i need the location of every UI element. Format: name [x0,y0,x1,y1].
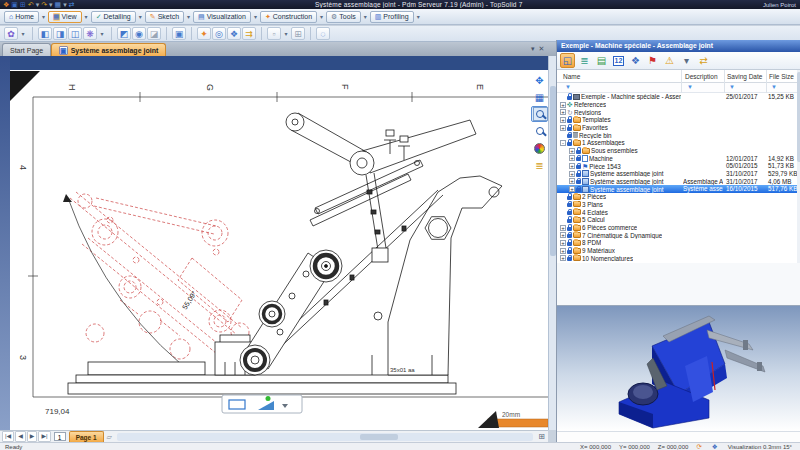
tree-row[interactable]: +Favorites [557,124,797,132]
column-header-saving-date[interactable]: Saving Date [727,70,762,83]
save-all-icon[interactable]: ⊞ [20,1,26,9]
collapse-toolbar-icon[interactable]: ▾ [531,45,535,53]
tree-row[interactable]: 2 Pièces [557,193,797,201]
tree-expander[interactable]: + [569,163,575,169]
layout-grid-icon[interactable]: ▦ [531,89,548,105]
zoom-icon[interactable] [531,123,548,139]
first-page-button[interactable]: |◀ [2,431,14,442]
book-icon[interactable]: ◩ [117,27,131,40]
table-icon[interactable]: ⊞ [291,27,305,40]
ribbon-tab-tools-chevron[interactable]: ▾ [364,13,367,20]
ribbon-tab-visualization-chevron[interactable]: ▾ [254,13,257,20]
tree-row[interactable]: Recycle bin [557,131,797,139]
tree-expander[interactable]: + [569,186,575,192]
sphere-chevron-icon[interactable]: ▾ [98,27,106,40]
zoom-window-icon[interactable] [531,106,548,122]
redo-icon[interactable]: ↷ [41,1,47,9]
render-style-icon[interactable] [531,140,548,156]
transfer-icon[interactable]: ⇄ [696,53,711,68]
page-number-box[interactable]: 1 [54,432,66,441]
pane-layout-icon[interactable]: ⊞ [538,432,548,441]
ribbon-tab-construction[interactable]: ✦Construction [260,11,317,23]
ribbon-tab-profiling-chevron[interactable]: ▾ [417,13,420,20]
new-page-icon[interactable]: ▱ [107,433,112,441]
warning-icon[interactable]: ⚠ [662,53,677,68]
edit-document-icon[interactable]: ◫ [68,27,82,40]
tree-expander[interactable]: + [560,225,566,231]
open-document-icon[interactable]: ◨ [53,27,67,40]
canvas-mini-toolbar[interactable] [222,395,302,413]
layers-icon[interactable]: ≣ [531,157,548,173]
ribbon-tab-view[interactable]: ▦View [48,11,82,23]
pan-icon[interactable]: ✥ [531,72,548,88]
blank-document-icon[interactable]: ◪ [147,27,161,40]
next-page-button[interactable]: ▶ [27,431,38,442]
undo-chevron-icon[interactable]: ▾ [36,1,40,9]
selection-chevron-icon[interactable]: ▾ [282,27,290,40]
close-toolbar-icon[interactable]: ✕ [539,45,545,53]
filter-funnel-icon[interactable]: ▼ [771,84,777,90]
tree-expander[interactable]: + [560,240,566,246]
tree-row[interactable]: +9 Matériaux [557,247,797,255]
tree-row[interactable]: -1 Assemblages [557,139,797,147]
tree-expander[interactable]: + [560,109,566,115]
flag-icon[interactable]: ⚑ [645,53,660,68]
save-icon[interactable]: ▣ [11,1,18,9]
canvas-vertical-scrollbar[interactable] [548,56,556,430]
ribbon-tab-detailing-chevron[interactable]: ▾ [139,13,142,20]
previous-page-button[interactable]: ◀ [15,431,26,442]
tree-expander[interactable]: + [560,102,566,108]
ribbon-tab-sketch[interactable]: ✎Sketch [145,11,184,23]
ribbon-tab-tools[interactable]: ⚙Tools [326,11,361,23]
open-in-project-icon[interactable]: ◱ [560,53,575,68]
filter-funnel-icon[interactable]: ▼ [687,84,693,90]
styles-icon[interactable]: ✿ [4,27,18,40]
canvas-horizontal-scrollbar[interactable] [117,433,533,441]
filter-funnel-icon[interactable]: ▼ [729,84,735,90]
tree-row[interactable]: +Système assemblage jointSystème assem..… [557,185,797,193]
ribbon-tab-view-chevron[interactable]: ▾ [85,13,88,20]
tree-row[interactable]: +Système assemblage joint31/10/2017529,7… [557,170,797,178]
tree-expander[interactable]: + [560,232,566,238]
topsolid-logo-icon[interactable]: ❖ [3,1,9,9]
insert-box-icon[interactable]: ▦ [55,1,62,9]
stack-icon[interactable]: ❖ [628,53,643,68]
tree-expander[interactable]: + [569,155,575,161]
drawing-canvas[interactable]: H G F E 4 3 [10,70,548,430]
numbering-icon[interactable]: 12 [611,53,626,68]
tree-expander[interactable]: + [569,171,575,177]
tree-view-icon[interactable]: ≣ [577,53,592,68]
doc-tab-start-page[interactable]: Start Page [2,43,51,56]
ribbon-tab-construction-chevron[interactable]: ▾ [320,13,323,20]
ribbon-tab-visualization[interactable]: ▤Visualization [193,11,251,23]
tree-row[interactable]: +6 Pièces commerce [557,224,797,232]
tree-row[interactable]: +8 PDM [557,239,797,247]
tree-expander[interactable]: + [560,248,566,254]
tree-row[interactable]: +⚑Pièce 154305/01/201551,73 KB [557,162,797,170]
tree-row[interactable]: Exemple - Machine spéciale - Assemblage2… [557,93,797,101]
undo-icon[interactable]: ↶ [28,1,34,9]
doc-tab-syst-me-assemblage-joint[interactable]: ▣Système assemblage joint [51,43,166,56]
sphere-net-icon[interactable]: ❋ [83,27,97,40]
examine-document-icon[interactable]: ◎ [212,27,226,40]
insert-chevron-icon[interactable]: ▾ [63,1,67,9]
tree-expander[interactable]: + [560,125,566,131]
column-header-description[interactable]: Description [685,70,718,83]
tree-expander[interactable]: + [569,148,575,154]
filter-funnel-icon[interactable]: ▼ [565,84,571,90]
tree-row[interactable]: +↻Revisions [557,108,797,116]
new-document-icon[interactable]: ◧ [38,27,52,40]
world-document-icon[interactable]: ❖ [227,27,241,40]
curves-icon[interactable]: ✦ [197,27,211,40]
ribbon-tab-home-chevron[interactable]: ▾ [42,13,45,20]
tree-row[interactable]: +Templates [557,116,797,124]
image-export-icon[interactable]: ▣ [172,27,186,40]
last-page-button[interactable]: ▶| [38,431,50,442]
ribbon-tab-home[interactable]: ⌂Home [4,11,39,23]
preview-document-icon[interactable]: ◉ [132,27,146,40]
tree-row[interactable]: +Machine12/01/201714,92 KB [557,155,797,163]
tree-row[interactable]: +10 Nomenclatures [557,254,797,262]
tree-row[interactable]: +Sous ensembles [557,147,797,155]
tree-row[interactable]: 5 Calcul [557,216,797,224]
ribbon-tab-profiling[interactable]: ▥Profiling [370,11,414,23]
